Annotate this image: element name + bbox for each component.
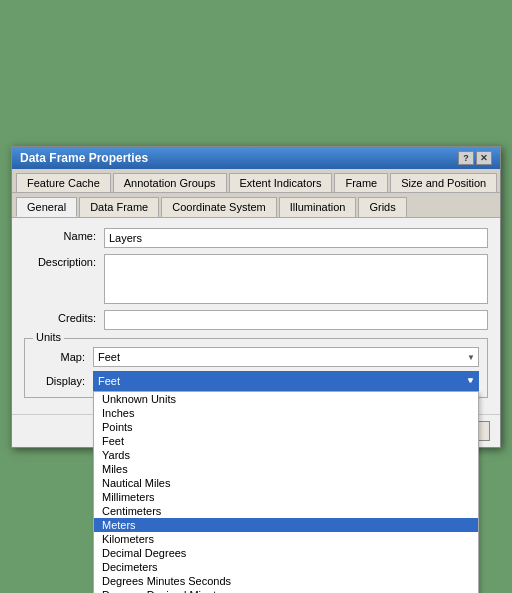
dialog-window: Data Frame Properties ? ✕ Feature Cache … [11, 146, 501, 448]
map-select[interactable]: Feet [93, 347, 479, 367]
tab-illumination[interactable]: Illumination [279, 197, 357, 217]
tab-general[interactable]: General [16, 197, 77, 217]
name-row: Name: [24, 228, 488, 248]
dropdown-list: Unknown Units Inches Points Feet Yards M… [93, 391, 479, 594]
display-value: Feet [98, 375, 120, 387]
dropdown-item-kilometers[interactable]: Kilometers [94, 532, 478, 546]
dropdown-item-dms[interactable]: Degrees Minutes Seconds [94, 574, 478, 588]
dropdown-item-ddm[interactable]: Degrees Decimal Minutes [94, 588, 478, 594]
description-label: Description: [24, 254, 104, 268]
tab-annotation-groups[interactable]: Annotation Groups [113, 173, 227, 192]
credits-label: Credits: [24, 310, 104, 324]
dropdown-item-inches[interactable]: Inches [94, 406, 478, 420]
dropdown-item-decimal-degrees[interactable]: Decimal Degrees [94, 546, 478, 560]
display-select-active[interactable]: Feet ▼ [93, 371, 479, 391]
dropdown-item-feet[interactable]: Feet [94, 434, 478, 448]
dropdown-item-centimeters[interactable]: Centimeters [94, 504, 478, 518]
map-select-wrapper: Feet [93, 347, 479, 367]
dropdown-item-unknown-units[interactable]: Unknown Units [94, 392, 478, 406]
description-textarea[interactable] [104, 254, 488, 304]
display-label: Display: [33, 375, 93, 387]
tabs-row1: Feature Cache Annotation Groups Extent I… [12, 169, 500, 193]
dropdown-item-millimeters[interactable]: Millimeters [94, 490, 478, 504]
map-row: Map: Feet [33, 347, 479, 367]
dropdown-item-meters[interactable]: Meters [94, 518, 478, 532]
dropdown-item-decimeters[interactable]: Decimeters [94, 560, 478, 574]
units-group-title: Units [33, 331, 64, 343]
tab-size-and-position[interactable]: Size and Position [390, 173, 497, 192]
tab-grids[interactable]: Grids [358, 197, 406, 217]
map-label: Map: [33, 351, 93, 363]
description-row: Description: [24, 254, 488, 304]
name-label: Name: [24, 228, 104, 242]
credits-input[interactable] [104, 310, 488, 330]
tabs-row2: General Data Frame Coordinate System Ill… [12, 193, 500, 218]
dialog-body: Name: Description: Credits: Units Map: F… [12, 218, 500, 414]
dialog-title: Data Frame Properties [20, 151, 148, 165]
close-button[interactable]: ✕ [476, 151, 492, 165]
tab-frame[interactable]: Frame [334, 173, 388, 192]
tab-extent-indicators[interactable]: Extent Indicators [229, 173, 333, 192]
name-input[interactable] [104, 228, 488, 248]
units-group: Units Map: Feet Display: Feet ▼ [24, 338, 488, 398]
dropdown-item-yards[interactable]: Yards [94, 448, 478, 462]
tab-feature-cache[interactable]: Feature Cache [16, 173, 111, 192]
credits-row: Credits: [24, 310, 488, 330]
title-bar: Data Frame Properties ? ✕ [12, 147, 500, 169]
dropdown-arrow-icon: ▼ [466, 376, 474, 385]
title-bar-buttons: ? ✕ [458, 151, 492, 165]
display-row: Display: Feet ▼ Unknown Units Inches Poi… [33, 371, 479, 391]
tab-data-frame[interactable]: Data Frame [79, 197, 159, 217]
help-button[interactable]: ? [458, 151, 474, 165]
dropdown-item-nautical-miles[interactable]: Nautical Miles [94, 476, 478, 490]
tab-coordinate-system[interactable]: Coordinate System [161, 197, 277, 217]
dropdown-item-points[interactable]: Points [94, 420, 478, 434]
dropdown-item-miles[interactable]: Miles [94, 462, 478, 476]
display-select-wrapper: Feet ▼ Unknown Units Inches Points Feet … [93, 371, 479, 391]
